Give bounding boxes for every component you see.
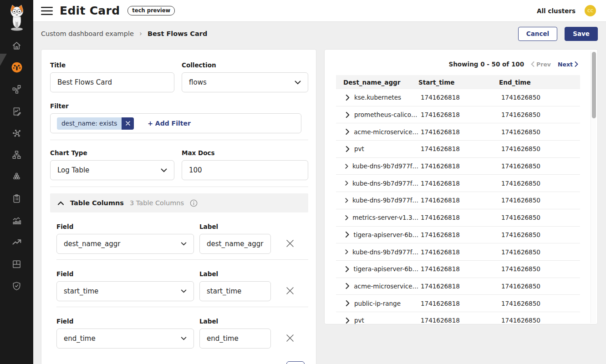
label-input-dest-name-aggr[interactable] — [199, 234, 271, 254]
cancel-button[interactable]: Cancel — [518, 27, 557, 41]
sidebar-item-threat-feeds[interactable] — [0, 231, 33, 253]
scrollbar-thumb[interactable] — [592, 52, 596, 118]
row-expand-chevron-icon[interactable] — [345, 146, 350, 152]
pagination: Showing 0 - 50 of 100 Prev Next — [325, 61, 578, 68]
dest-name-value: pvt — [354, 317, 364, 324]
row-expand-chevron-icon[interactable] — [345, 180, 348, 186]
save-button[interactable]: Save — [565, 27, 598, 41]
field-select-start-time[interactable]: start_time — [56, 281, 194, 301]
sidebar-item-home[interactable] — [0, 35, 33, 56]
table-row[interactable]: pvt17416268181741626850 — [336, 141, 580, 158]
dest-name-cell: tigera-apiserver-6b… — [336, 265, 418, 273]
dest-name-cell: tigera-apiserver-6b… — [336, 231, 418, 238]
preview-panel: Showing 0 - 50 of 100 Prev Next Dest_nam… — [324, 49, 598, 324]
dest-name-value: public-ip-range — [354, 300, 401, 307]
label-input-start-time[interactable] — [199, 281, 271, 301]
table-scrollbar[interactable] — [591, 51, 596, 323]
sidebar-item-service-graph[interactable] — [0, 78, 33, 100]
sidebar-item-policies[interactable] — [0, 187, 33, 209]
field-select-end-time[interactable]: end_time — [56, 329, 194, 349]
dest-name-cell: kube-dns-9b7d977f… — [336, 248, 418, 256]
menu-button[interactable] — [40, 4, 54, 18]
field-label: Field — [56, 223, 194, 230]
table-row[interactable]: tigera-apiserver-6b…17416268181741626850 — [336, 261, 580, 278]
row-expand-chevron-icon[interactable] — [345, 215, 348, 221]
dest-name-value: pvt — [354, 145, 364, 152]
table-row[interactable]: pvt17416268181741626850 — [336, 312, 580, 324]
row-expand-chevron-icon[interactable] — [345, 249, 348, 255]
sidebar-item-workloads[interactable] — [0, 253, 33, 275]
chart-type-select[interactable]: Log Table — [50, 160, 174, 180]
avatar[interactable]: CC — [585, 5, 596, 16]
row-expand-chevron-icon[interactable] — [345, 95, 350, 101]
add-filter-button[interactable]: + Add Filter — [148, 120, 191, 127]
sidebar-item-metrics[interactable] — [0, 209, 33, 231]
row-expand-chevron-icon[interactable] — [345, 232, 349, 238]
row-expand-chevron-icon[interactable] — [345, 163, 348, 169]
prev-page-button[interactable]: Prev — [531, 61, 551, 68]
row-expand-chevron-icon[interactable] — [345, 112, 350, 118]
table-columns-accordion-header[interactable]: Table Columns 3 Table Columns — [50, 193, 308, 212]
row-expand-chevron-icon[interactable] — [345, 266, 349, 272]
network-topology-icon — [11, 84, 22, 95]
row-expand-chevron-icon[interactable] — [345, 283, 350, 289]
remove-column-button[interactable] — [285, 333, 295, 344]
row-expand-chevron-icon[interactable] — [345, 197, 348, 203]
table-row[interactable]: kube-dns-9b7d977f…17416268181741626850 — [336, 175, 580, 192]
clipboard-list-icon — [11, 193, 22, 204]
dest-name-cell: acme-microservice… — [336, 128, 418, 136]
form-divider — [50, 140, 308, 140]
table-row[interactable]: acme-microservice…17416268181741626850 — [336, 123, 580, 141]
remove-filter-button[interactable] — [122, 117, 134, 130]
dest-name-value: kube-dns-9b7d977f… — [352, 180, 418, 187]
add-column-button[interactable]: + — [286, 361, 305, 364]
table-row[interactable]: kube-dns-9b7d977f…17416268181741626850 — [336, 243, 580, 261]
sidebar-item-dashboards[interactable] — [0, 56, 33, 78]
row-expand-chevron-icon[interactable] — [345, 300, 350, 306]
row-expand-chevron-icon[interactable] — [345, 129, 350, 135]
sidebar-item-security[interactable] — [0, 275, 33, 297]
dest-name-cell: metrics-server-v1.3… — [336, 214, 418, 221]
collection-select[interactable]: flows — [182, 72, 308, 92]
breadcrumb: Custom dashboard example › Best Flows Ca… — [41, 30, 207, 38]
row-expand-chevron-icon[interactable] — [345, 318, 350, 324]
table-row[interactable]: kube-dns-9b7d977f…17416268181741626850 — [336, 192, 580, 209]
table-row[interactable]: prometheus-calico…17416268181741626850 — [336, 106, 580, 124]
calico-cat-logo[interactable] — [0, 0, 33, 35]
table-row[interactable]: metrics-server-v1.3…17416268181741626850 — [336, 209, 580, 227]
sidebar-item-reports[interactable] — [0, 100, 33, 122]
label-label: Label — [199, 270, 271, 278]
remove-column-button[interactable] — [285, 238, 295, 249]
start-time-cell: 1741626818 — [418, 317, 499, 324]
table-row[interactable]: tigera-apiserver-6b…17416268181741626850 — [336, 227, 580, 244]
table-row[interactable]: kube-dns-9b7d977f…17416268181741626850 — [336, 158, 580, 175]
label-input-end-time[interactable] — [199, 329, 271, 349]
table-row[interactable]: acme-microservice…17416268181741626850 — [336, 278, 580, 295]
chart-type-value: Log Table — [57, 166, 89, 174]
filter-box[interactable]: dest_name: exists + Add Filter — [50, 113, 301, 133]
remove-column-button[interactable] — [285, 285, 295, 296]
breadcrumb-parent-link[interactable]: Custom dashboard example — [41, 30, 134, 37]
next-label: Next — [558, 61, 573, 68]
title-input[interactable] — [50, 72, 174, 92]
end-time-cell: 1741626850 — [499, 317, 580, 324]
cluster-selector[interactable]: All clusters — [537, 7, 575, 15]
table-row[interactable]: kse.kubernetes17416268181741626850 — [336, 89, 580, 106]
start-time-cell: 1741626818 — [418, 128, 499, 136]
sidebar-item-clusters[interactable] — [0, 166, 33, 187]
start-time-cell: 1741626818 — [418, 94, 499, 101]
table-row[interactable]: public-ip-range17416268181741626850 — [336, 295, 580, 312]
shield-check-icon — [11, 281, 22, 291]
close-icon — [286, 239, 294, 248]
sidebar-item-hosts[interactable] — [0, 144, 33, 166]
collection-value: flows — [189, 78, 207, 86]
topbar: Edit Card tech preview All clusters CC — [33, 0, 606, 22]
cluster-circles-icon — [11, 172, 22, 182]
cat-mascot-icon — [6, 4, 27, 32]
sidebar-item-flow-visualizer[interactable] — [0, 122, 33, 144]
max-docs-input[interactable] — [182, 160, 308, 180]
next-page-button[interactable]: Next — [558, 61, 578, 68]
chart-metrics-icon — [11, 215, 22, 226]
dest-name-value: prometheus-calico… — [354, 111, 418, 118]
field-select-dest-name-aggr[interactable]: dest_name_aggr — [56, 234, 194, 254]
